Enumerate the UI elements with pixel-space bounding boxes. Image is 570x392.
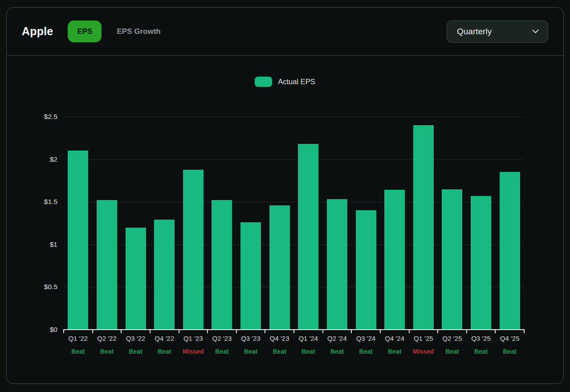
beat-status-label: Beat xyxy=(438,347,467,355)
x-axis-label: Q2 '23 xyxy=(208,334,236,343)
bar[interactable] xyxy=(384,190,405,330)
beat-status-label: Missed xyxy=(409,347,438,355)
y-axis-label: $1.5 xyxy=(13,197,57,206)
eps-card: Apple EPS EPS Growth Quarterly Actual EP… xyxy=(6,7,564,384)
x-axis-label: Q2 '22 xyxy=(93,334,122,343)
bar[interactable] xyxy=(183,170,204,330)
bar[interactable] xyxy=(327,199,347,330)
beat-status-label: Beat xyxy=(208,347,236,355)
tab-eps-growth[interactable]: EPS Growth xyxy=(117,27,160,36)
bar[interactable] xyxy=(154,220,175,330)
x-axis-tick xyxy=(265,330,265,333)
x-axis-tick xyxy=(409,330,410,333)
bar[interactable] xyxy=(97,200,117,330)
x-axis-tick xyxy=(179,330,179,333)
x-axis-tick xyxy=(495,330,496,333)
beat-status-label: Beat xyxy=(121,347,150,355)
y-axis-label: $0.5 xyxy=(13,282,57,291)
x-axis-label: Q1 '23 xyxy=(179,334,208,343)
bar[interactable] xyxy=(298,144,318,330)
x-axis-label: Q4 '22 xyxy=(150,334,179,343)
bar[interactable] xyxy=(269,205,290,330)
period-select-value: Quarterly xyxy=(457,27,532,37)
bar[interactable] xyxy=(500,172,520,330)
x-axis-tick xyxy=(207,330,208,333)
x-axis-label: Q1 '25 xyxy=(409,334,438,343)
x-axis-tick xyxy=(524,330,525,333)
beat-status-label: Beat xyxy=(467,347,496,355)
chart-legend[interactable]: Actual EPS xyxy=(7,77,563,87)
x-axis-label: Q4 '23 xyxy=(265,334,294,343)
bar[interactable] xyxy=(126,228,146,330)
beat-status-label: Beat xyxy=(323,347,352,355)
x-axis-tick xyxy=(322,330,323,333)
x-axis-label: Q3 '24 xyxy=(351,334,380,343)
chevron-down-icon xyxy=(532,29,539,33)
x-axis-tick xyxy=(63,330,64,333)
x-axis-tick xyxy=(437,330,438,333)
x-axis-tick xyxy=(351,330,352,333)
beat-status-label: Beat xyxy=(351,347,380,355)
x-axis-label: Q1 '24 xyxy=(294,334,323,343)
y-axis-label: $2.5 xyxy=(13,112,57,121)
x-axis-label: Q3 '22 xyxy=(121,334,150,343)
y-axis-label: $1 xyxy=(13,240,57,249)
bar[interactable] xyxy=(471,196,491,330)
beat-status-label: Beat xyxy=(380,347,409,355)
x-axis-tick xyxy=(121,330,122,333)
legend-swatch xyxy=(255,77,272,87)
tab-eps[interactable]: EPS xyxy=(68,20,102,42)
legend-label: Actual EPS xyxy=(278,78,315,86)
eps-bar-chart: Actual EPS $2.5$2$1.5$1$0.5$0Q1 '22BeatQ… xyxy=(7,56,563,383)
x-axis-label: Q3 '25 xyxy=(467,334,496,343)
x-axis-label: Q2 '24 xyxy=(323,334,352,343)
beat-status-label: Beat xyxy=(64,347,93,355)
x-axis-label: Q1 '22 xyxy=(64,334,93,343)
beat-status-label: Beat xyxy=(294,347,323,355)
x-axis-label: Q4 '24 xyxy=(380,334,409,343)
x-axis-tick xyxy=(293,330,294,333)
x-axis-tick xyxy=(466,330,467,333)
bar[interactable] xyxy=(68,151,88,330)
x-axis-tick xyxy=(236,330,237,333)
period-select[interactable]: Quarterly xyxy=(447,20,548,43)
x-axis-label: Q3 '23 xyxy=(236,334,265,343)
y-axis-label: $0 xyxy=(13,325,57,334)
beat-status-label: Beat xyxy=(150,347,179,355)
x-axis-tick xyxy=(92,330,93,333)
bar[interactable] xyxy=(356,210,376,330)
x-axis-tick xyxy=(150,330,151,333)
x-axis-tick xyxy=(380,330,381,333)
y-axis-label: $2 xyxy=(13,155,57,164)
gridline xyxy=(64,117,524,117)
beat-status-label: Missed xyxy=(179,347,208,355)
x-axis-label: Q4 '25 xyxy=(495,334,524,343)
bar[interactable] xyxy=(413,125,434,330)
bar[interactable] xyxy=(212,200,232,330)
bar[interactable] xyxy=(442,189,462,330)
gridline xyxy=(64,159,524,160)
beat-status-label: Beat xyxy=(93,347,122,355)
beat-status-label: Beat xyxy=(265,347,294,355)
bar[interactable] xyxy=(240,222,261,330)
beat-status-label: Beat xyxy=(495,347,524,355)
x-axis-label: Q2 '25 xyxy=(438,334,467,343)
card-header: Apple EPS EPS Growth Quarterly xyxy=(7,8,563,56)
page-title: Apple xyxy=(22,25,53,38)
beat-status-label: Beat xyxy=(236,347,265,355)
